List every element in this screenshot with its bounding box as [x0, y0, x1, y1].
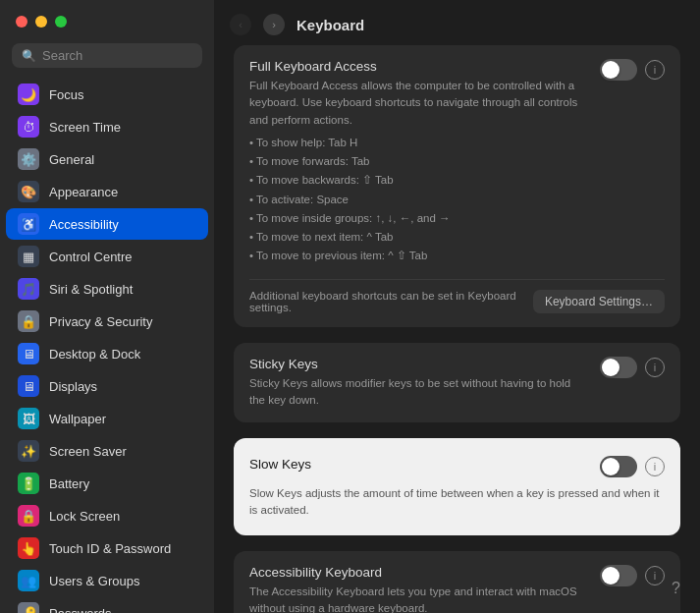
- full-kb-toggle[interactable]: [600, 59, 637, 81]
- forward-button[interactable]: ›: [263, 14, 285, 35]
- bullet-5: • To move inside groups: ↑, ↓, ←, and →: [249, 210, 584, 227]
- acc-kb-title: Accessibility Keyboard: [249, 565, 584, 580]
- general-icon: ⚙️: [18, 148, 39, 170]
- sticky-keys-text: Sticky Keys Sticky Keys allows modifier …: [249, 357, 600, 410]
- full-kb-bottom-row: Additional keyboard shortcuts can be set…: [249, 279, 665, 313]
- appearance-icon: 🎨: [18, 181, 39, 202]
- toggle-knob: [602, 458, 619, 475]
- slow-keys-top-row: Slow Keys i: [249, 454, 665, 477]
- titlebar: ‹ › Keyboard: [214, 0, 700, 45]
- sidebar-item-appearance[interactable]: 🎨 Appearance: [6, 176, 208, 207]
- full-keyboard-access-card: Full Keyboard Access Full Keyboard Acces…: [234, 45, 680, 327]
- sidebar-label-focus: Focus: [49, 87, 83, 102]
- slow-keys-title: Slow Keys: [249, 457, 311, 472]
- sidebar-label-accessibility: Accessibility: [49, 217, 119, 232]
- slow-keys-controls: i: [600, 456, 665, 477]
- page-title: Keyboard: [296, 17, 364, 33]
- full-kb-top-row: Full Keyboard Access Full Keyboard Acces…: [249, 59, 665, 267]
- sidebar-item-battery[interactable]: 🔋 Battery: [6, 468, 208, 499]
- close-button[interactable]: [16, 16, 27, 28]
- bullet-6: • To move to next item: ^ Tab: [249, 229, 584, 246]
- minimize-button[interactable]: [35, 16, 47, 28]
- acc-kb-controls: i: [600, 565, 665, 586]
- sticky-keys-toggle[interactable]: [600, 357, 637, 378]
- siri-icon: 🎵: [18, 278, 39, 300]
- passwords-icon: 🔑: [18, 602, 39, 613]
- acc-kb-desc: The Accessibility Keyboard lets you type…: [249, 584, 584, 614]
- sidebar-item-screen-saver[interactable]: ✨ Screen Saver: [6, 435, 208, 467]
- toggle-knob: [602, 359, 619, 376]
- full-kb-bullets: • To show help: Tab H • To move forwards…: [249, 135, 584, 265]
- main-content: ‹ › Keyboard Full Keyboard Access Full K…: [214, 0, 700, 613]
- full-kb-controls: i: [600, 59, 665, 81]
- search-input[interactable]: [42, 48, 192, 63]
- sticky-keys-controls: i: [600, 357, 665, 378]
- sidebar-item-general[interactable]: ⚙️ General: [6, 143, 208, 175]
- sidebar-label-control-centre: Control Centre: [49, 250, 133, 264]
- sticky-keys-info-button[interactable]: i: [645, 358, 665, 377]
- maximize-button[interactable]: [55, 16, 67, 28]
- sidebar-label-wallpaper: Wallpaper: [49, 412, 106, 426]
- privacy-icon: 🔒: [18, 310, 39, 332]
- toggle-knob: [602, 567, 619, 585]
- sidebar-item-users-groups[interactable]: 👥 Users & Groups: [6, 565, 208, 596]
- bullet-4: • To activate: Space: [249, 192, 584, 208]
- sticky-keys-desc: Sticky Keys allows modifier keys to be s…: [249, 375, 584, 410]
- acc-kb-info-button[interactable]: i: [645, 566, 665, 585]
- sidebar-item-focus[interactable]: 🌙 Focus: [6, 79, 208, 110]
- acc-kb-toggle[interactable]: [600, 565, 637, 586]
- sidebar-item-lock-screen[interactable]: 🔒 Lock Screen: [6, 500, 208, 531]
- sidebar-item-touch-id[interactable]: 👆 Touch ID & Password: [6, 532, 208, 564]
- sticky-keys-card: Sticky Keys Sticky Keys allows modifier …: [234, 343, 680, 423]
- battery-icon: 🔋: [18, 473, 39, 494]
- content-area: Full Keyboard Access Full Keyboard Acces…: [214, 45, 700, 613]
- focus-icon: 🌙: [18, 84, 39, 105]
- search-box[interactable]: 🔍: [12, 43, 202, 68]
- wallpaper-icon: 🖼: [18, 408, 39, 429]
- bullet-1: • To show help: Tab H: [249, 135, 584, 151]
- sidebar-item-privacy-security[interactable]: 🔒 Privacy & Security: [6, 306, 208, 337]
- full-kb-bottom-text: Additional keyboard shortcuts can be set…: [249, 290, 533, 313]
- touch-id-icon: 👆: [18, 537, 39, 559]
- slow-keys-info-button[interactable]: i: [645, 457, 665, 476]
- sidebar-label-screen-saver: Screen Saver: [49, 444, 127, 459]
- slow-keys-toggle[interactable]: [600, 456, 637, 477]
- sidebar-label-general: General: [49, 152, 94, 167]
- full-kb-title: Full Keyboard Access: [249, 59, 584, 74]
- full-kb-text: Full Keyboard Access Full Keyboard Acces…: [249, 59, 600, 267]
- bullet-7: • To move to previous item: ^ ⇧ Tab: [249, 248, 584, 264]
- sidebar-item-accessibility[interactable]: ♿ Accessibility: [6, 208, 208, 240]
- bullet-3: • To move backwards: ⇧ Tab: [249, 172, 584, 189]
- sidebar-label-passwords: Passwords: [49, 606, 112, 614]
- accessibility-keyboard-card: Accessibility Keyboard The Accessibility…: [234, 551, 680, 614]
- sidebar-item-control-centre[interactable]: ▦ Control Centre: [6, 241, 208, 272]
- sidebar-label-appearance: Appearance: [49, 185, 118, 199]
- sidebar-item-desktop-dock[interactable]: 🖥 Desktop & Dock: [6, 338, 208, 369]
- acc-kb-text: Accessibility Keyboard The Accessibility…: [249, 565, 600, 614]
- screen-time-icon: ⏱: [18, 116, 39, 138]
- search-icon: 🔍: [22, 49, 36, 63]
- sidebar-label-screen-time: Screen Time: [49, 120, 121, 135]
- keyboard-settings-button[interactable]: Keyboard Settings…: [533, 290, 665, 313]
- slow-keys-card: Slow Keys i Slow Keys adjusts the amount…: [234, 438, 680, 535]
- traffic-lights: [0, 0, 214, 35]
- sticky-keys-row: Sticky Keys Sticky Keys allows modifier …: [234, 343, 680, 423]
- slow-keys-desc: Slow Keys adjusts the amount of time bet…: [249, 485, 665, 520]
- sidebar-item-siri-spotlight[interactable]: 🎵 Siri & Spotlight: [6, 273, 208, 305]
- acc-kb-top-row: Accessibility Keyboard The Accessibility…: [234, 551, 680, 614]
- sidebar-label-desktop-dock: Desktop & Dock: [49, 347, 140, 362]
- sidebar-item-wallpaper[interactable]: 🖼 Wallpaper: [6, 403, 208, 434]
- desktop-dock-icon: 🖥: [18, 343, 39, 364]
- sidebar-item-passwords[interactable]: 🔑 Passwords: [6, 597, 208, 613]
- full-kb-info-button[interactable]: i: [645, 60, 665, 80]
- sidebar-item-displays[interactable]: 🖥 Displays: [6, 370, 208, 402]
- full-kb-desc: Full Keyboard Access allows the computer…: [249, 78, 584, 265]
- bullet-2: • To move forwards: Tab: [249, 153, 584, 170]
- sidebar-label-battery: Battery: [49, 476, 89, 491]
- back-button[interactable]: ‹: [230, 14, 251, 35]
- help-button[interactable]: ?: [672, 580, 680, 597]
- sidebar-item-screen-time[interactable]: ⏱ Screen Time: [6, 111, 208, 142]
- sidebar-label-users-groups: Users & Groups: [49, 574, 139, 588]
- sidebar-label-siri-spotlight: Siri & Spotlight: [49, 282, 133, 297]
- sidebar-label-touch-id: Touch ID & Password: [49, 541, 171, 556]
